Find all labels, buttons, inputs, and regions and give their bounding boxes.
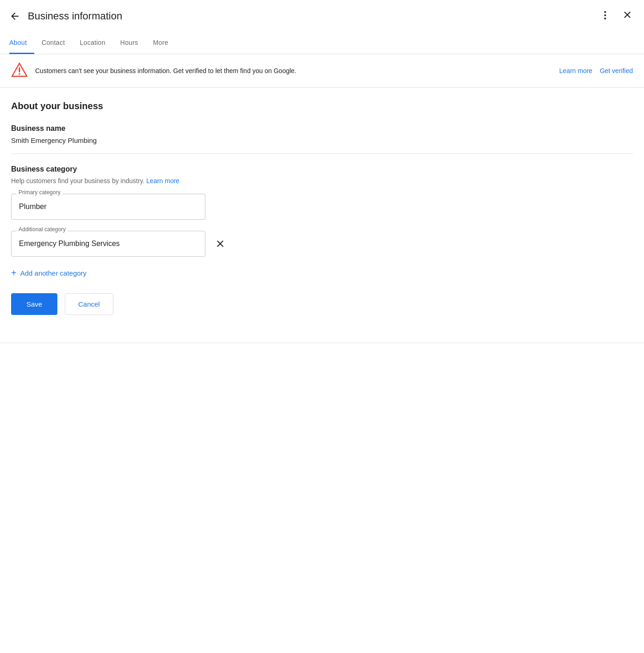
cancel-button[interactable]: Cancel [65,293,113,315]
save-button[interactable]: Save [11,293,57,315]
section-divider [11,154,633,154]
warning-icon [11,62,28,80]
business-name-section: Business name Smith Emergency Plumbing [11,124,633,144]
tab-about[interactable]: About [9,32,34,54]
additional-category-row [11,231,633,257]
tab-contact[interactable]: Contact [34,32,72,54]
about-section-title: About your business [11,101,633,111]
tabs: About Contact Location Hours More [0,32,644,54]
primary-category-input[interactable] [11,194,205,220]
category-label: Business category [11,165,633,173]
clear-additional-category-button[interactable] [213,236,228,251]
category-description-text: Help customers find your business by ind… [11,177,144,185]
add-another-category-button[interactable]: + Add another category [11,268,87,278]
back-button[interactable] [9,11,20,22]
tab-more[interactable]: More [146,32,176,54]
category-description: Help customers find your business by ind… [11,177,633,185]
content-area: About your business Business name Smith … [0,88,644,328]
get-verified-button[interactable]: Get verified [600,67,633,74]
tab-hours[interactable]: Hours [113,32,146,54]
alert-banner: Customers can't see your business inform… [0,54,644,88]
page-title: Business information [28,10,598,22]
primary-category-floating-label: Primary category [17,189,62,196]
business-name-value: Smith Emergency Plumbing [11,136,633,144]
tab-location[interactable]: Location [72,32,112,54]
plus-icon: + [11,268,17,278]
additional-category-input[interactable] [11,231,205,257]
svg-point-2 [604,18,606,19]
svg-point-1 [604,14,606,16]
additional-category-wrapper: Additional category [11,231,633,257]
primary-category-wrapper: Primary category [11,194,633,220]
learn-more-button[interactable]: Learn more [559,67,593,74]
additional-category-floating-label: Additional category [17,226,68,233]
alert-text: Customers can't see your business inform… [35,66,552,76]
action-buttons: Save Cancel [11,293,633,315]
more-options-button[interactable] [598,8,613,25]
svg-point-0 [604,11,606,13]
business-category-section: Business category Help customers find yo… [11,165,633,278]
add-another-label: Add another category [20,269,87,277]
business-name-label: Business name [11,124,633,133]
alert-actions: Learn more Get verified [559,67,633,74]
header: Business information [0,0,644,32]
header-actions [598,7,635,25]
footer-divider [0,343,644,343]
svg-point-3 [19,73,20,75]
category-learn-more-link[interactable]: Learn more [146,177,180,185]
close-button[interactable] [620,7,635,25]
